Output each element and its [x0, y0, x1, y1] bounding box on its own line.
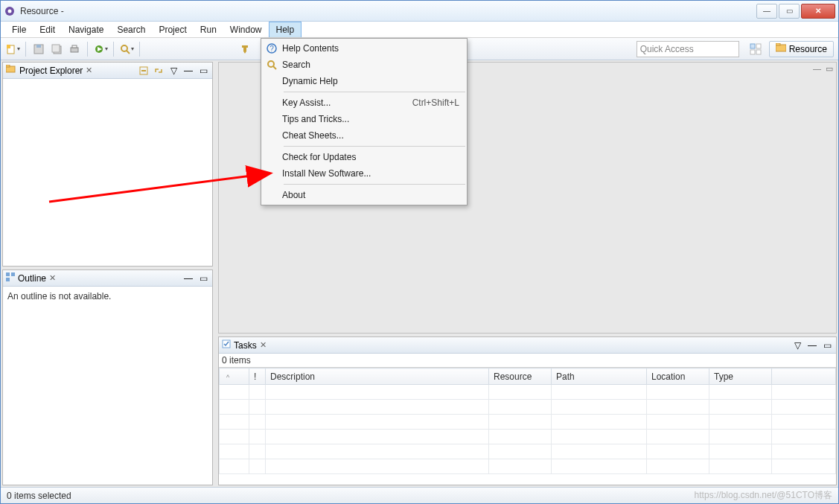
- col-priority[interactable]: !: [249, 369, 266, 385]
- search-tool-button[interactable]: [119, 42, 134, 57]
- svg-marker-15: [243, 48, 246, 54]
- minimize-view-button[interactable]: —: [182, 272, 194, 284]
- menu-search[interactable]: Search: [110, 22, 152, 37]
- menu-run[interactable]: Run: [194, 22, 223, 37]
- maximize-view-button[interactable]: ▭: [197, 272, 209, 284]
- menu-navigate[interactable]: Navigate: [62, 22, 110, 37]
- menu-window[interactable]: Window: [223, 22, 269, 37]
- search-icon: [261, 60, 282, 70]
- tasks-table: ! Description Resource Path Location Typ…: [219, 368, 836, 485]
- separator: [25, 42, 26, 57]
- svg-rect-7: [52, 45, 60, 52]
- close-button[interactable]: ✕: [801, 4, 835, 19]
- cheat-sheets-item[interactable]: Cheat Sheets...: [261, 127, 467, 144]
- menu-separator: [284, 146, 465, 147]
- table-row[interactable]: [220, 459, 836, 474]
- svg-line-33: [273, 66, 276, 69]
- menu-edit[interactable]: Edit: [33, 22, 62, 37]
- run-button[interactable]: [93, 42, 108, 57]
- collapse-all-button[interactable]: [138, 65, 150, 77]
- col-location[interactable]: Location: [647, 369, 709, 385]
- window-controls: — ▭ ✕: [756, 4, 835, 19]
- tasks-count: 0 items: [219, 354, 836, 368]
- maximize-button[interactable]: ▭: [779, 4, 800, 19]
- minimize-editor-button[interactable]: —: [813, 64, 821, 74]
- svg-rect-19: [756, 50, 761, 54]
- new-wizard-button[interactable]: [5, 42, 20, 57]
- save-button[interactable]: [31, 42, 46, 57]
- svg-rect-23: [6, 65, 10, 67]
- view-menu-button[interactable]: ▽: [791, 339, 803, 351]
- table-row[interactable]: [220, 444, 836, 459]
- resource-perspective-button[interactable]: Resource: [769, 41, 834, 57]
- table-row[interactable]: [220, 415, 836, 430]
- menu-file[interactable]: File: [5, 22, 33, 37]
- maximize-editor-button[interactable]: ▭: [826, 64, 833, 74]
- folder-icon: [776, 43, 786, 54]
- maximize-view-button[interactable]: ▭: [821, 339, 833, 351]
- svg-rect-14: [242, 45, 248, 48]
- col-completed[interactable]: [220, 369, 249, 385]
- table-row[interactable]: [220, 430, 836, 444]
- left-column: Project Explorer ✕ ▽ — ▭ Outli: [1, 60, 217, 487]
- svg-rect-26: [6, 272, 10, 276]
- minimize-view-button[interactable]: —: [806, 339, 818, 351]
- tips-tricks-item[interactable]: Tips and Tricks...: [261, 111, 467, 127]
- project-explorer-body: [3, 79, 212, 266]
- outline-header: Outline ✕ — ▭: [3, 270, 212, 287]
- outline-icon: [6, 272, 15, 284]
- outline-title: Outline: [18, 273, 46, 284]
- close-icon[interactable]: ✕: [86, 66, 92, 75]
- minimize-view-button[interactable]: —: [182, 65, 194, 77]
- help-contents-item[interactable]: ? Help Contents: [261, 40, 467, 57]
- close-icon[interactable]: ✕: [260, 340, 267, 350]
- tasks-icon: [222, 339, 231, 351]
- folder-tree-icon: [6, 65, 16, 76]
- minimize-button[interactable]: —: [756, 4, 777, 19]
- svg-rect-3: [7, 45, 10, 48]
- col-resource[interactable]: Resource: [489, 369, 552, 385]
- outline-view: Outline ✕ — ▭ An outline is not availabl…: [2, 269, 213, 485]
- menu-separator: [284, 184, 465, 185]
- tasks-title: Tasks: [234, 340, 257, 351]
- pin-editor-button[interactable]: [237, 42, 252, 57]
- col-description[interactable]: Description: [266, 369, 489, 385]
- col-type[interactable]: Type: [709, 369, 772, 385]
- about-item[interactable]: About: [261, 187, 467, 203]
- separator: [139, 42, 140, 57]
- help-dropdown: ? Help Contents Search Dynamic Help Key …: [261, 38, 468, 205]
- save-all-button[interactable]: [49, 42, 64, 57]
- menu-separator: [284, 92, 465, 92]
- help-search-item[interactable]: Search: [261, 57, 467, 73]
- table-row[interactable]: [220, 385, 836, 400]
- svg-text:?: ?: [269, 45, 274, 53]
- key-assist-item[interactable]: Key Assist... Ctrl+Shift+L: [261, 95, 467, 111]
- close-icon[interactable]: ✕: [49, 273, 56, 283]
- maximize-view-button[interactable]: ▭: [197, 65, 209, 77]
- watermark-text: https://blog.csdn.net/@51CTO博客: [695, 489, 832, 502]
- quick-access-input[interactable]: Quick Access: [637, 41, 739, 57]
- check-updates-item[interactable]: Check for Updates: [261, 149, 467, 165]
- svg-point-1: [8, 9, 12, 13]
- app-icon: [4, 5, 16, 17]
- dynamic-help-item[interactable]: Dynamic Help: [261, 73, 467, 89]
- open-perspective-button[interactable]: [748, 42, 763, 57]
- view-menu-button[interactable]: ▽: [168, 65, 179, 77]
- svg-point-32: [268, 61, 274, 67]
- table-row[interactable]: [220, 400, 836, 415]
- print-button[interactable]: [67, 42, 82, 57]
- window-title: Resource -: [20, 6, 756, 16]
- status-selection: 0 items selected: [7, 491, 71, 501]
- svg-rect-5: [36, 45, 41, 48]
- separator: [113, 42, 114, 57]
- link-editor-button[interactable]: [153, 65, 165, 77]
- install-new-software-item[interactable]: Install New Software...: [261, 165, 467, 182]
- menu-help[interactable]: Help: [269, 22, 302, 37]
- menu-project[interactable]: Project: [152, 22, 193, 37]
- svg-rect-9: [72, 45, 77, 48]
- col-path[interactable]: Path: [552, 369, 647, 385]
- svg-point-12: [121, 45, 127, 51]
- svg-rect-27: [11, 272, 15, 276]
- resource-perspective-label: Resource: [789, 44, 827, 54]
- menubar: File Edit Navigate Search Project Run Wi…: [1, 22, 838, 38]
